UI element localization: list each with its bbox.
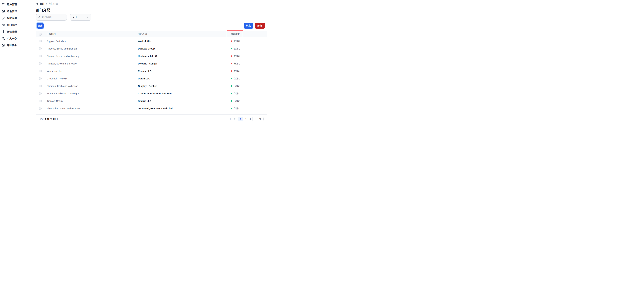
position-icon xyxy=(2,30,5,33)
status-label: 已绑定 xyxy=(234,84,240,88)
sidebar-item-personal-center[interactable]: 个人中心 xyxy=(0,35,34,42)
department-name-cell: Wolf - Little xyxy=(138,40,231,42)
status-dot xyxy=(231,93,232,94)
row-checkbox[interactable] xyxy=(39,77,42,80)
table-row[interactable]: Abernathy, Larson and Beahan O'Connell, … xyxy=(36,105,267,112)
key-icon xyxy=(2,16,5,20)
summary-unit: 条 xyxy=(56,118,59,120)
clock-icon xyxy=(2,44,5,47)
sidebar-item-label: 用户管理 xyxy=(7,3,17,6)
row-checkbox[interactable] xyxy=(39,107,42,110)
sidebar-item-label: 岗位管理 xyxy=(7,30,17,33)
sidebar-item-scheduled-tasks[interactable]: 定时任务 xyxy=(0,42,34,49)
select-all-checkbox[interactable] xyxy=(39,33,42,35)
bulk-actions: 绑定 解绑 xyxy=(244,23,265,28)
page-3-button[interactable]: 3 xyxy=(248,117,252,121)
binding-status-cell: 未绑定 xyxy=(231,70,267,73)
select-value: 全部 xyxy=(72,16,77,19)
table-row[interactable]: Stamm, Ritchie and Ankunding Heidenreich… xyxy=(36,52,267,60)
row-checkbox-cell xyxy=(36,100,44,102)
row-checkbox-cell xyxy=(36,85,44,87)
table-row[interactable]: Greenholt - Wisozk Upton LLC 已绑定 xyxy=(36,75,267,82)
sidebar-item-user-management[interactable]: 用户管理 xyxy=(0,1,34,8)
department-name-cell: Quigley - Becker xyxy=(138,85,231,87)
table-footer: 显示 1-10 共 30 条 上一页 1 2 3 下一页 xyxy=(36,114,267,123)
unbind-button[interactable]: 解绑 xyxy=(255,23,265,28)
parent-department-cell: Rippin - Satterfield xyxy=(44,40,138,42)
sidebar-item-position-management[interactable]: 岗位管理 xyxy=(0,28,34,35)
toolbar-row: 搜索 绑定 解绑 xyxy=(36,23,267,28)
breadcrumb-home-link[interactable]: 首页 xyxy=(40,2,44,5)
prev-page-button[interactable]: 上一页 xyxy=(227,117,238,121)
status-dot xyxy=(231,78,232,79)
pagination: 上一页 1 2 3 下一页 xyxy=(227,117,264,121)
row-checkbox-cell xyxy=(36,55,44,57)
table-row[interactable]: Trantow Group Brakus LLC 已绑定 xyxy=(36,97,267,105)
sidebar-item-label: 角色管理 xyxy=(7,10,17,13)
page-1-button[interactable]: 1 xyxy=(238,117,243,121)
sidebar-item-label: 个人中心 xyxy=(7,37,17,40)
binding-status-cell: 未绑定 xyxy=(231,62,267,65)
row-checkbox[interactable] xyxy=(39,70,42,72)
sidebar-item-permission-management[interactable]: 权限管理 xyxy=(0,15,34,21)
status-dot xyxy=(231,40,232,42)
department-name-search-field[interactable] xyxy=(36,14,67,20)
search-button[interactable]: 搜索 xyxy=(37,23,44,28)
user-gear-icon xyxy=(2,37,5,40)
status-label: 已绑定 xyxy=(234,47,240,50)
row-checkbox[interactable] xyxy=(39,92,42,95)
breadcrumb: 首页 部门分配 xyxy=(36,2,267,5)
chevron-down-icon xyxy=(87,16,89,18)
row-checkbox[interactable] xyxy=(39,100,42,102)
home-icon[interactable] xyxy=(36,2,38,5)
status-filter-select[interactable]: 全部 xyxy=(70,14,91,20)
binding-status-cell: 已绑定 xyxy=(231,47,267,50)
row-checkbox-cell xyxy=(36,40,44,42)
department-icon xyxy=(2,23,5,27)
app-window: 用户管理 角色管理 权限管理 部门管理 岗位管理 xyxy=(0,0,267,123)
row-checkbox-cell xyxy=(36,107,44,110)
sidebar: 用户管理 角色管理 权限管理 部门管理 岗位管理 xyxy=(0,0,34,123)
row-checkbox-cell xyxy=(36,92,44,95)
status-dot xyxy=(231,55,232,57)
bind-button[interactable]: 绑定 xyxy=(244,23,254,28)
row-checkbox[interactable] xyxy=(39,40,42,42)
row-checkbox[interactable] xyxy=(39,47,42,50)
table-row[interactable]: Roberts, Bosco and Erdman Deckow Group 已… xyxy=(36,45,267,52)
parent-department-cell: Stroman, Koch and Wilkinson xyxy=(44,85,138,87)
table-row[interactable]: Vandervort Inc Renner LLC 未绑定 xyxy=(36,67,267,75)
row-checkbox-cell xyxy=(36,70,44,72)
row-checkbox[interactable] xyxy=(39,55,42,57)
sidebar-item-role-management[interactable]: 角色管理 xyxy=(0,8,34,15)
status-label: 未绑定 xyxy=(234,40,240,43)
search-input[interactable] xyxy=(42,16,65,18)
parent-department-cell: Greenholt - Wisozk xyxy=(44,77,138,80)
chevron-right-icon xyxy=(46,3,48,5)
row-checkbox[interactable] xyxy=(39,85,42,87)
header-checkbox-cell xyxy=(36,33,44,35)
table-row[interactable]: Reinger, Streich and Steuber Dickens - S… xyxy=(36,60,267,67)
departments-table: 上级部门 部门名称 绑定状态 Rippin - Satterfield Wolf… xyxy=(36,31,267,112)
header-binding-status: 绑定状态 xyxy=(231,33,267,36)
binding-status-cell: 未绑定 xyxy=(231,40,267,43)
table-header-row: 上级部门 部门名称 绑定状态 xyxy=(36,31,267,37)
table-row[interactable]: Stroman, Koch and Wilkinson Quigley - Be… xyxy=(36,82,267,90)
parent-department-cell: Stamm, Ritchie and Ankunding xyxy=(44,55,138,57)
sidebar-item-department-management[interactable]: 部门管理 xyxy=(0,21,34,28)
pagination-summary: 显示 1-10 共 30 条 xyxy=(40,118,58,121)
status-dot xyxy=(231,63,232,64)
department-name-cell: Renner LLC xyxy=(138,70,231,72)
parent-department-cell: Trantow Group xyxy=(44,100,138,102)
status-dot xyxy=(231,100,232,102)
status-dot xyxy=(231,48,232,49)
row-checkbox[interactable] xyxy=(39,62,42,65)
page-2-button[interactable]: 2 xyxy=(243,117,248,121)
next-page-button[interactable]: 下一页 xyxy=(252,117,264,121)
filter-row: 全部 xyxy=(36,14,267,20)
table-row[interactable]: Rippin - Satterfield Wolf - Little 未绑定 xyxy=(36,37,267,45)
search-icon xyxy=(38,16,41,18)
department-name-cell: O'Connell, Heathcote and Lind xyxy=(138,107,231,110)
parent-department-cell: Roberts, Bosco and Erdman xyxy=(44,47,138,50)
table-row[interactable]: Moen, Labadie and Cartwright Cronin, Obe… xyxy=(36,90,267,97)
status-label: 已绑定 xyxy=(234,99,240,103)
